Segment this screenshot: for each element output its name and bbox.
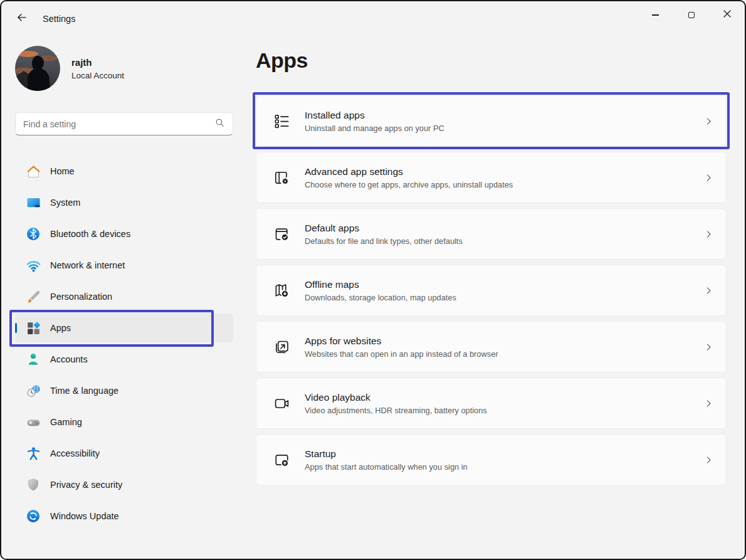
- minimize-icon: [652, 14, 659, 15]
- advanced-app-settings-icon: [273, 169, 290, 186]
- search-input[interactable]: [23, 119, 214, 129]
- accounts-icon: [25, 351, 41, 367]
- chevron-right-icon: [703, 229, 713, 239]
- sidebar-item-label: Time & language: [50, 386, 118, 396]
- sidebar-item-label: Network & internet: [50, 260, 125, 270]
- card-title: Startup: [305, 448, 689, 460]
- window-title: Settings: [43, 14, 75, 24]
- card-installed-apps[interactable]: Installed apps Uninstall and manage apps…: [256, 95, 727, 147]
- profile-account-type: Local Account: [71, 71, 124, 80]
- apps-icon: [25, 320, 41, 336]
- windows-update-icon: [25, 508, 41, 524]
- sidebar-item-label: Windows Update: [50, 511, 119, 521]
- back-button[interactable]: [11, 9, 33, 28]
- card-text: Startup Apps that start automatically wh…: [305, 448, 689, 472]
- back-arrow-icon: [16, 11, 28, 26]
- chevron-right-icon: [703, 342, 713, 352]
- card-subtitle: Video adjustments, HDR streaming, batter…: [305, 406, 689, 415]
- card-title: Offline maps: [305, 279, 689, 290]
- profile-text: rajth Local Account: [71, 57, 124, 80]
- close-button[interactable]: [709, 1, 745, 29]
- sidebar-item-label: Apps: [50, 323, 71, 333]
- video-playback-icon: [273, 394, 290, 412]
- settings-window: Settings: [0, 0, 746, 560]
- chevron-right-icon: [703, 172, 713, 182]
- card-text: Default apps Defaults for file and link …: [305, 223, 689, 246]
- card-apps-for-websites[interactable]: Apps for websites Websites that can open…: [256, 321, 727, 372]
- apps-for-websites-icon: [273, 338, 290, 356]
- sidebar: rajth Local Account Home: [1, 36, 247, 559]
- chevron-right-icon: [703, 285, 713, 295]
- card-subtitle: Websites that can open in an app instead…: [305, 349, 689, 359]
- sidebar-item-label: Accessibility: [50, 448, 100, 458]
- card-subtitle: Apps that start automatically when you s…: [305, 462, 689, 472]
- gaming-icon: [25, 414, 41, 430]
- network-icon: [25, 257, 41, 273]
- card-subtitle: Uninstall and manage apps on your PC: [305, 124, 689, 133]
- sidebar-item-system[interactable]: System: [15, 188, 233, 217]
- card-text: Apps for websites Websites that can open…: [305, 335, 689, 359]
- sidebar-item-apps[interactable]: Apps: [15, 314, 233, 342]
- sidebar-item-label: System: [50, 198, 80, 208]
- card-text: Offline maps Downloads, storage location…: [305, 279, 689, 302]
- installed-apps-icon: [273, 112, 290, 130]
- offline-maps-icon: [273, 282, 290, 299]
- card-title: Default apps: [305, 223, 689, 234]
- time-language-icon: [25, 383, 41, 399]
- accessibility-icon: [25, 445, 41, 462]
- bluetooth-icon: [25, 226, 41, 242]
- card-subtitle: Defaults for file and link types, other …: [305, 236, 689, 246]
- user-profile[interactable]: rajth Local Account: [15, 45, 247, 92]
- card-startup[interactable]: Startup Apps that start automatically wh…: [256, 434, 727, 485]
- sidebar-item-personalization[interactable]: Personalization: [15, 282, 233, 311]
- minimize-button[interactable]: [638, 1, 673, 29]
- sidebar-item-windows-update[interactable]: Windows Update: [15, 502, 233, 531]
- sidebar-item-bluetooth-devices[interactable]: Bluetooth & devices: [15, 219, 233, 248]
- card-title: Advanced app settings: [305, 166, 689, 177]
- card-text: Installed apps Uninstall and manage apps…: [305, 110, 689, 133]
- selected-indicator: [15, 323, 17, 333]
- chevron-right-icon: [703, 455, 713, 465]
- card-advanced-app-settings[interactable]: Advanced app settings Choose where to ge…: [256, 152, 727, 203]
- sidebar-nav: Home System: [15, 157, 233, 531]
- sidebar-item-label: Gaming: [50, 417, 82, 427]
- sidebar-item-home[interactable]: Home: [15, 157, 233, 186]
- sidebar-item-accessibility[interactable]: Accessibility: [15, 439, 233, 468]
- avatar: [15, 46, 60, 91]
- card-video-playback[interactable]: Video playback Video adjustments, HDR st…: [256, 378, 727, 429]
- default-apps-icon: [273, 225, 290, 243]
- sidebar-item-label: Personalization: [50, 292, 112, 302]
- chevron-right-icon: [703, 116, 713, 126]
- maximize-icon: [688, 12, 695, 18]
- main-content: Apps Installed apps Uninstall and manage…: [256, 36, 727, 490]
- card-title: Video playback: [305, 392, 689, 403]
- sidebar-item-privacy-security[interactable]: Privacy & security: [15, 470, 233, 499]
- card-subtitle: Downloads, storage location, map updates: [305, 293, 689, 302]
- maximize-button[interactable]: [673, 1, 709, 29]
- sidebar-item-time-language[interactable]: Time & language: [15, 376, 233, 405]
- card-subtitle: Choose where to get apps, archive apps, …: [305, 180, 689, 189]
- system-icon: [25, 194, 41, 211]
- home-icon: [25, 163, 41, 179]
- sidebar-item-accounts[interactable]: Accounts: [15, 345, 233, 374]
- close-icon: [723, 9, 732, 21]
- page-title: Apps: [256, 46, 727, 74]
- privacy-security-icon: [25, 477, 41, 493]
- sidebar-item-label: Home: [50, 166, 75, 176]
- sidebar-item-label: Accounts: [50, 354, 88, 364]
- card-offline-maps[interactable]: Offline maps Downloads, storage location…: [256, 265, 727, 316]
- titlebar: Settings: [1, 1, 745, 36]
- card-title: Apps for websites: [305, 335, 689, 347]
- sidebar-item-label: Privacy & security: [50, 480, 122, 490]
- card-text: Advanced app settings Choose where to ge…: [305, 166, 689, 189]
- sidebar-item-gaming[interactable]: Gaming: [15, 408, 233, 436]
- search-box[interactable]: [15, 112, 233, 135]
- card-title: Installed apps: [305, 110, 689, 121]
- card-text: Video playback Video adjustments, HDR st…: [305, 392, 689, 415]
- card-default-apps[interactable]: Default apps Defaults for file and link …: [256, 208, 727, 260]
- search-icon: [214, 117, 225, 130]
- caption-buttons: [638, 1, 745, 29]
- sidebar-item-network-internet[interactable]: Network & internet: [15, 251, 233, 280]
- settings-cards: Installed apps Uninstall and manage apps…: [256, 95, 727, 485]
- sidebar-item-label: Bluetooth & devices: [50, 229, 130, 239]
